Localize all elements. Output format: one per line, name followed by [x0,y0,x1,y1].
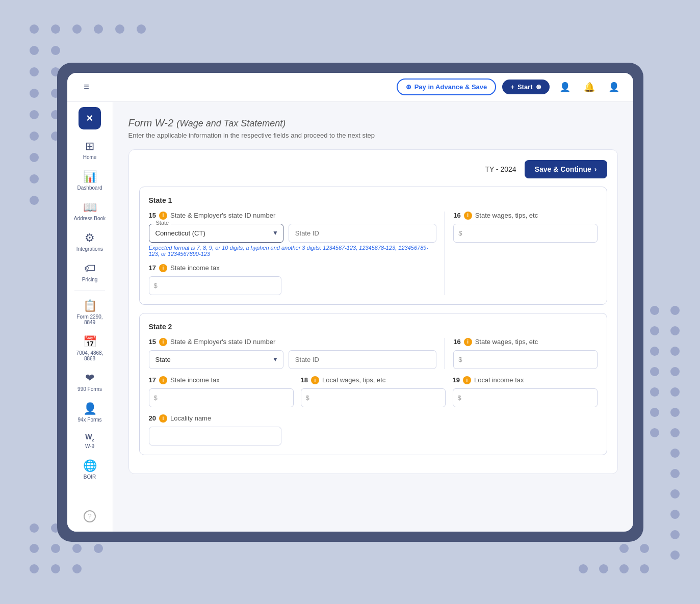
state1-select-label: State [154,220,171,226]
state1-left-col: 15 i State & Employer's state ID number … [149,212,446,295]
state2-income-tax-input[interactable] [149,388,294,407]
sidebar-item-help[interactable]: ? [69,506,110,527]
state2-field15-label-text: State & Employer's state ID number [170,338,275,346]
state2-field19-info-icon[interactable]: i [463,376,471,384]
pricing-icon: 🏷 [84,262,95,275]
sidebar-item-boir[interactable]: 🌐 BOIR [69,455,110,484]
field16-dollar-icon: $ [458,229,462,237]
save-continue-button[interactable]: Save & Continue › [525,160,607,178]
user-circle-icon: 👤 [608,82,619,93]
sidebar-item-pricing[interactable]: 🏷 Pricing [69,258,110,286]
pay-advance-button[interactable]: ⊕ Pay in Advance & Save [397,78,497,95]
state2-wages-input[interactable] [453,350,597,369]
sidebar-item-address-book[interactable]: 📖 Address Book [69,197,110,225]
state2-field16-info-icon[interactable]: i [464,338,472,346]
state2-local-wages-input[interactable] [301,388,446,407]
state2-field19-label-text: Local income tax [474,376,524,384]
start-label: Start [517,83,533,91]
state2-field17-label-text: State income tax [170,376,220,384]
state1-income-tax-input[interactable] [149,276,281,295]
form2290-icon: 📋 [83,299,97,312]
sidebar-divider-1 [74,291,105,291]
state2-field15-label-row: 15 i State & Employer's state ID number [149,338,437,346]
state2-state-select-wrapper: State ▼ [149,350,283,369]
state2-field18-info-icon[interactable]: i [311,376,319,384]
save-continue-label: Save & Continue [535,165,591,173]
sidebar-item-w9[interactable]: Wz W-9 [69,429,110,454]
state1-format-hint: Expected format is 7, 8, 9, or 10 digits… [149,245,437,257]
state2-field17-number: 17 [149,376,156,384]
page-title: Form W-2 (Wage and Tax Statement) [128,116,618,129]
sidebar-form94x-label: 94x Forms [77,417,101,423]
sidebar-pricing-label: Pricing [82,277,98,282]
account-button[interactable]: 👤 [605,78,623,96]
state2-field15-number: 15 [149,338,156,346]
field17-label-text: State income tax [170,264,220,272]
field17-dollar-icon: $ [154,282,158,290]
state2-field17-group: 17 i State income tax $ [149,376,294,407]
state1-wages-input[interactable] [453,224,597,243]
home-icon: ⊞ [85,140,94,153]
bell-icon: 🔔 [584,82,595,93]
field17-info-icon[interactable]: i [159,264,167,272]
app-layout: × ⊞ Home 📊 Dashboard 📖 Address Book ⚙ In… [67,102,633,532]
sidebar-w9-label: W-9 [85,443,94,449]
state2-field15-inputs: State ▼ [149,350,437,369]
sidebar-item-integrations[interactable]: ⚙ Integrations [69,227,110,256]
state1-main-row: 15 i State & Employer's state ID number … [149,212,598,295]
state2-field18-input-wrapper: $ [301,388,446,407]
hamburger-icon: ≡ [84,82,89,92]
sidebar-item-form990[interactable]: ❤ 990 Forms [69,367,110,396]
form-title-italic: (Wage and Tax Statement) [176,118,286,128]
state1-state-id-input[interactable] [289,224,436,243]
state1-right-col: 16 i State wages, tips, etc $ [445,212,597,295]
sidebar-item-form2290[interactable]: 📋 Form 2290, 8849 [69,295,110,329]
field15-info-icon[interactable]: i [159,212,167,220]
state2-field15-info-icon[interactable]: i [159,338,167,346]
state2-field18-label-row: 18 i Local wages, tips, etc [301,376,446,384]
pay-advance-label: Pay in Advance & Save [414,83,487,91]
page-subtitle: Enter the applicable information in the … [128,132,618,139]
state2-row1: 15 i State & Employer's state ID number … [149,338,598,369]
state1-section: State 1 15 i State & Employer's state ID… [139,187,607,305]
main-window: ≡ ⊕ Pay in Advance & Save + Start ⊛ 👤 🔔 [57,63,643,542]
state2-field17-info-icon[interactable]: i [159,376,167,384]
field17-number: 17 [149,264,156,272]
state2-local-income-tax-input[interactable] [453,388,598,407]
state1-title: State 1 [149,196,598,204]
sidebar-item-home[interactable]: ⊞ Home [69,136,110,164]
main-content: Form W-2 (Wage and Tax Statement) Enter … [113,102,633,532]
sidebar-form7004-label: 7004, 4868, 8868 [72,350,107,361]
field15-number: 15 [149,212,156,219]
state2-field17-dollar-icon: $ [154,394,158,402]
field16-info-icon[interactable]: i [464,212,472,220]
state2-state-id-input[interactable] [289,350,436,369]
help-icon: ? [84,510,96,522]
state1-field17-label-row: 17 i State income tax [149,264,281,272]
field16-label-text: State wages, tips, etc [475,212,538,219]
contacts-icon: 👤 [559,82,571,93]
state2-left-col: 15 i State & Employer's state ID number … [149,338,446,369]
sidebar-item-form7004[interactable]: 📅 7004, 4868, 8868 [69,331,110,365]
state2-locality-name-input[interactable] [149,427,281,445]
sidebar-item-dashboard[interactable]: 📊 Dashboard [69,166,110,195]
state2-field16-number: 16 [453,338,460,346]
form94x-icon: 👤 [83,402,97,415]
state2-field18-number: 18 [301,376,308,384]
state1-field17-group: 17 i State income tax $ [149,264,281,295]
state1-state-select[interactable]: Connecticut (CT) [149,224,283,243]
state2-state-select[interactable]: State [149,350,283,369]
state2-field16-label-text: State wages, tips, etc [475,338,538,346]
hamburger-menu-button[interactable]: ≡ [77,78,96,96]
state2-right-col: 16 i State wages, tips, etc $ [445,338,597,369]
notifications-button[interactable]: 🔔 [580,78,599,96]
state2-field20-label-row: 20 i Locality name [149,414,598,423]
state1-field16-input-wrapper: $ [453,224,597,243]
sidebar-item-form94x[interactable]: 👤 94x Forms [69,398,110,427]
start-button[interactable]: + Start ⊛ [502,80,549,94]
state2-field17-label-row: 17 i State income tax [149,376,294,384]
state2-field18-label-text: Local wages, tips, etc [322,376,385,384]
topbar-right: ⊕ Pay in Advance & Save + Start ⊛ 👤 🔔 👤 [397,78,623,96]
contacts-button[interactable]: 👤 [556,78,574,96]
state2-field20-info-icon[interactable]: i [159,414,167,423]
